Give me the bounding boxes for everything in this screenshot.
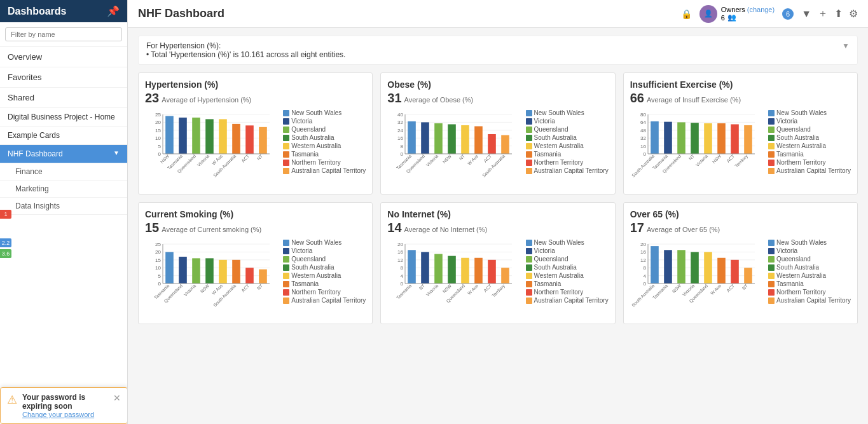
legend-item-2: Queensland (283, 256, 366, 263)
legend-item-0: New South Wales (526, 239, 609, 246)
legend-item-1: Victoria (768, 247, 851, 254)
legend-label-6: Northern Territory (776, 159, 826, 166)
bar-2 (435, 254, 443, 284)
svg-text:16: 16 (640, 249, 646, 255)
bar-7 (259, 270, 267, 284)
legend-dot-7 (768, 168, 775, 174)
legend-item-4: Western Australia (768, 142, 851, 149)
svg-text:0: 0 (158, 281, 162, 287)
bar-6 (245, 268, 254, 284)
close-icon[interactable]: ✕ (113, 393, 121, 403)
legend-item-3: South Australia (768, 264, 851, 271)
legend-label-4: Western Australia (534, 272, 584, 279)
sidebar-item-overview[interactable]: Overview (0, 47, 127, 67)
settings-icon[interactable]: ⚙ (849, 8, 858, 20)
share-icon[interactable]: ⬆ (834, 8, 843, 20)
bar-5 (475, 127, 483, 154)
legend-dot-4 (768, 143, 775, 149)
bar-5 (232, 260, 240, 284)
sidebar-item-marketing[interactable]: Marketing (0, 181, 127, 198)
legend-dot-2 (283, 127, 289, 133)
sidebar-item-shared[interactable]: Shared (0, 88, 127, 108)
legend-item-6: Northern Territory (526, 159, 609, 166)
legend-dot-6 (283, 289, 289, 296)
svg-text:10: 10 (155, 135, 161, 141)
legend-label-3: South Australia (776, 264, 819, 271)
sidebar-header: Dashboards 📌 (0, 0, 127, 22)
chart-avg-label-over-65: Average of Over 65 (%) (647, 226, 720, 233)
chart-legend-over-65: New South WalesVictoriaQueenslandSouth A… (768, 239, 851, 317)
svg-text:20: 20 (640, 242, 646, 247)
bar-1 (422, 122, 430, 154)
bar-6 (245, 125, 254, 154)
legend-label-3: South Australia (291, 134, 334, 141)
svg-text:25: 25 (155, 112, 161, 118)
svg-text:W Aus: W Aus (467, 283, 479, 296)
change-password-link[interactable]: Change your password (22, 411, 94, 418)
legend-item-3: South Australia (768, 134, 851, 141)
chart-avg-label-obese: Average of Obese (%) (404, 96, 474, 104)
sidebar-item-finance[interactable]: Finance (0, 163, 127, 181)
svg-text:8: 8 (401, 144, 404, 149)
svg-text:NSW: NSW (711, 153, 722, 164)
legend-item-7: Australian Capital Territory (768, 297, 851, 304)
legend-label-5: Tasmania (776, 280, 804, 287)
chart-body-obese: 0816243240TasmaniaQueenslandVictoriaNSWN… (387, 109, 608, 188)
legend-label-4: Western Australia (776, 142, 826, 149)
legend-item-6: Northern Territory (768, 289, 851, 296)
chart-avg-label-current-smoking: Average of Current smoking (%) (162, 226, 261, 233)
legend-dot-6 (768, 289, 775, 296)
bar-1 (664, 250, 672, 284)
search-input[interactable] (5, 27, 122, 41)
svg-text:20: 20 (397, 242, 403, 247)
bar-4 (219, 119, 227, 154)
legend-dot-1 (768, 248, 775, 254)
sidebar-item-favorites[interactable]: Favorites (0, 67, 127, 88)
chart-svg-no-internet: 048121620TasmaniaNTVictoriaNSWQueensland… (387, 239, 514, 315)
people-icon: 👥 (727, 13, 736, 22)
legend-item-7: Australian Capital Territory (283, 167, 366, 174)
legend-dot-3 (526, 135, 532, 141)
legend-label-5: Tasmania (776, 151, 804, 158)
svg-text:8: 8 (643, 265, 646, 271)
svg-text:Victoria: Victoria (183, 284, 196, 297)
legend-item-5: Tasmania (283, 151, 366, 158)
legend-item-0: New South Wales (768, 109, 851, 116)
legend-item-4: Western Australia (526, 272, 609, 279)
sidebar-item-digital-business[interactable]: Digital Business Project - Home (0, 108, 127, 127)
legend-dot-0 (526, 240, 532, 246)
legend-dot-7 (526, 297, 532, 304)
svg-text:ACT: ACT (483, 283, 493, 292)
bar-6 (731, 125, 739, 154)
filter-icon[interactable]: ▼ (801, 8, 811, 20)
legend-label-1: Victoria (534, 118, 555, 125)
bar-7 (744, 268, 752, 284)
bar-7 (502, 268, 510, 284)
svg-text:NT: NT (256, 283, 264, 291)
pin-icon: 📌 (107, 5, 120, 17)
add-icon[interactable]: ＋ (818, 7, 828, 20)
legend-item-6: Northern Territory (283, 289, 366, 296)
legend-dot-7 (283, 297, 289, 304)
legend-item-2: Queensland (768, 256, 851, 263)
legend-label-7: Australian Capital Territory (534, 167, 609, 174)
legend-label-4: Western Australia (291, 272, 341, 279)
chart-body-over-65: 048121620South AustraliaTasmaniaNSWVicto… (630, 239, 851, 317)
bar-0 (651, 246, 659, 284)
sidebar-item-example-cards[interactable]: Example Cards (0, 127, 127, 145)
legend-dot-4 (768, 273, 775, 279)
svg-text:NSW: NSW (200, 283, 210, 294)
svg-text:0: 0 (401, 151, 404, 157)
legend-dot-0 (768, 110, 775, 116)
legend-dot-5 (526, 281, 532, 287)
sidebar-item-nhf-dashboard[interactable]: NHF Dashboard ▼ (0, 145, 127, 163)
sidebar: Dashboards 📌 Overview Favorites Shared D… (0, 0, 128, 424)
owners-change-link[interactable]: (change) (747, 6, 775, 13)
notice-line1: For Hypertension (%): (146, 41, 345, 50)
sidebar-item-data-insights[interactable]: Data Insights (0, 198, 127, 215)
legend-item-4: Western Australia (283, 272, 366, 279)
svg-text:0: 0 (643, 281, 646, 287)
bar-3 (448, 125, 457, 154)
svg-text:4: 4 (401, 273, 404, 279)
legend-label-5: Tasmania (291, 280, 319, 287)
